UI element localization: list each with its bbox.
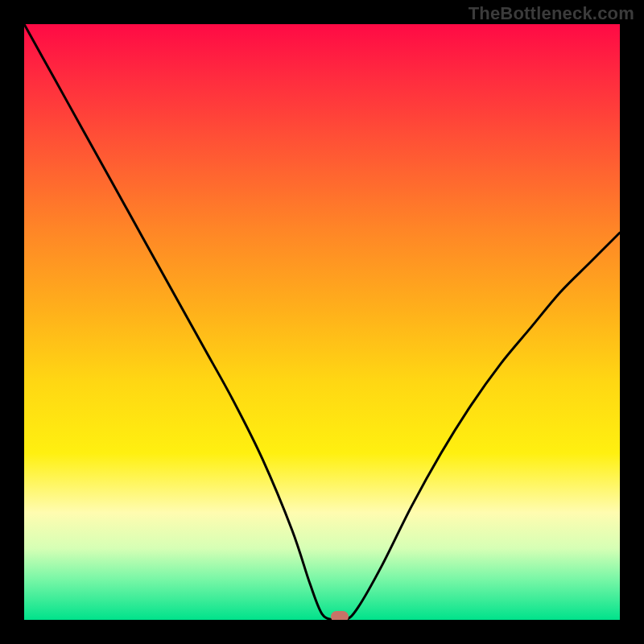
plot-area	[24, 24, 620, 620]
bottleneck-curve	[24, 24, 620, 620]
bottleneck-minimum-marker	[331, 611, 349, 620]
chart-frame: TheBottleneck.com	[0, 0, 644, 644]
watermark-text: TheBottleneck.com	[469, 3, 634, 24]
